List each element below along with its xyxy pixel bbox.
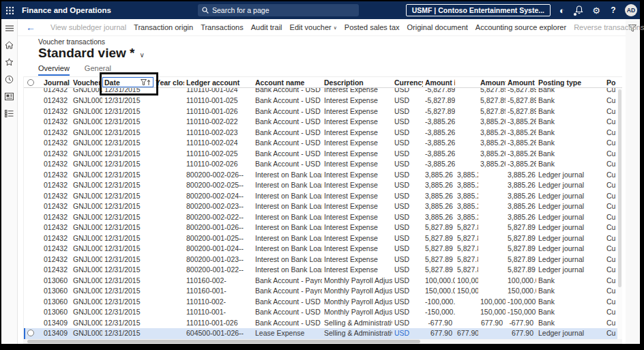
action-item-posted-sales-tax[interactable]: Posted sales tax <box>345 23 400 31</box>
notification-badge <box>573 12 577 16</box>
table-row[interactable]: 013060GNJL0000...12/31/2015110110-001-Ba… <box>24 307 622 318</box>
help-icon[interactable]: ? <box>608 6 619 14</box>
theme-toggle-icon[interactable]: ◐ <box>557 6 568 15</box>
table-row[interactable]: 012432GNJL0000...12/31/2015800200-002-02… <box>24 191 622 202</box>
horizontal-scrollbar[interactable] <box>23 339 622 344</box>
action-item-audit-trail[interactable]: Audit trail <box>251 23 282 31</box>
cell <box>153 265 184 276</box>
cell <box>153 276 184 287</box>
column-header-journal-nu-[interactable]: Journal nu... <box>42 77 71 87</box>
table-row[interactable]: 012432GNJL0000...12/31/2015800200-002-02… <box>24 212 622 223</box>
voucher-grid: Journal nu...VoucherDateYear closedLedge… <box>23 76 622 339</box>
table-row[interactable]: 013060GNJL0000...12/31/2015110160-002-Ba… <box>24 276 622 287</box>
home-icon[interactable] <box>4 40 15 50</box>
vertical-scrollbar-thumb[interactable] <box>618 89 621 287</box>
column-header-account-name[interactable]: Account name <box>253 77 322 87</box>
cell: Lease Expense <box>253 328 322 339</box>
app-title[interactable]: Finance and Operations <box>22 6 111 14</box>
cell <box>24 96 42 106</box>
cell: GNJL0000... <box>71 233 102 244</box>
cell <box>455 138 478 149</box>
cell: Bank <box>536 128 604 138</box>
cell: Selling & Administrative <box>322 328 392 339</box>
column-header-voucher[interactable]: Voucher <box>71 77 102 87</box>
environment-selector[interactable]: USMF | Contoso Entertainment Syste... <box>406 4 551 16</box>
recent-clock-icon[interactable] <box>4 74 15 85</box>
cell: GNJL0000... <box>71 159 102 170</box>
page-title[interactable]: Standard view * ∨ <box>38 46 145 61</box>
table-row[interactable]: 013060GNJL0000...12/31/2015110160-001-Ba… <box>24 286 622 297</box>
user-avatar[interactable]: AD <box>625 4 637 16</box>
table-row[interactable]: 013409GNJL0004...12/31/2015110110-001-02… <box>24 318 622 329</box>
column-header-currency[interactable]: Currency <box>392 77 423 87</box>
table-row[interactable]: 013409GNJL0004...12/31/2015604500-001-02… <box>24 328 622 339</box>
table-row[interactable]: 012432GNJL0000...12/31/2015110110-002-02… <box>24 138 622 149</box>
cell: USD <box>392 201 423 212</box>
tab-general[interactable]: General <box>85 64 111 76</box>
workspace-card-icon[interactable] <box>4 91 15 102</box>
table-row[interactable]: 012432GNJL0000...12/31/2015800200-002-02… <box>24 180 622 191</box>
action-item-original-document[interactable]: Original document <box>407 23 468 31</box>
cell: 110110-001-024 <box>184 88 253 96</box>
cell <box>455 96 478 106</box>
cell: Bank <box>536 149 604 160</box>
table-row[interactable]: 013060GNJL0000...12/31/2015110110-002-Ba… <box>24 297 622 308</box>
action-item-transactions[interactable]: Transactions <box>201 23 244 31</box>
cell: Bank <box>536 88 604 96</box>
column-header-ledger-account[interactable]: Ledger account <box>184 77 253 87</box>
column-header-date[interactable]: Date <box>102 77 153 87</box>
select-all-radio[interactable] <box>27 79 34 86</box>
table-row[interactable]: 012432GNJL0000...12/31/2015800200-001-02… <box>24 222 622 233</box>
column-header-amount-in-[interactable]: Amount in... <box>423 77 455 87</box>
column-header-blank[interactable] <box>24 77 42 87</box>
table-row[interactable]: 012432GNJL0000...12/31/2015110110-002-02… <box>24 159 622 170</box>
table-row[interactable]: 012432GNJL0000...12/31/2015800200-001-02… <box>24 233 622 244</box>
table-row[interactable]: 012432GNJL0000...12/31/2015800200-002-02… <box>24 201 622 212</box>
cell <box>24 138 42 149</box>
cell: 12/31/2015 <box>102 88 153 96</box>
vertical-scrollbar[interactable] <box>617 88 622 339</box>
action-item-accounting-source-explorer[interactable]: Accounting source explorer <box>475 23 566 31</box>
column-header-description[interactable]: Description <box>322 77 392 87</box>
column-header-posting-type[interactable]: Posting type <box>536 77 604 87</box>
settings-gear-icon[interactable]: ⚙ <box>591 6 602 15</box>
menu-hamburger-icon[interactable] <box>4 23 15 33</box>
cell: Bank Account - Payroll <box>253 276 322 287</box>
cell: Interest on Bank Loans <box>253 233 322 244</box>
table-row[interactable]: 012432GNJL0000...12/31/2015110110-001-02… <box>24 106 622 117</box>
cell: 5,827.89 <box>455 244 478 254</box>
cell: 3,885.26 <box>478 138 506 149</box>
column-header-amount-in-[interactable]: Amount in... <box>506 77 536 87</box>
column-header-blank[interactable] <box>455 77 478 87</box>
cell: 012432 <box>42 128 71 138</box>
cell: -5,827.89 <box>506 88 536 96</box>
table-row[interactable]: 012432GNJL0000...12/31/2015800200-001-02… <box>24 265 622 276</box>
currency-link[interactable]: USD <box>392 328 423 339</box>
tab-overview[interactable]: Overview <box>38 64 70 76</box>
cell: -100,000.00 <box>423 297 455 308</box>
table-row[interactable]: 012432GNJL0000...12/31/2015110110-002-02… <box>24 149 622 160</box>
table-row[interactable]: 012432GNJL0000...12/31/2015800200-001-02… <box>24 254 622 265</box>
column-header-year-closed[interactable]: Year closed <box>153 77 184 87</box>
app-launcher-icon[interactable] <box>1 1 18 19</box>
search-placeholder: Search for a page <box>212 6 269 14</box>
screenshot-frame: Finance and Operations Search for a page… <box>0 0 644 350</box>
horizontal-scrollbar-thumb[interactable] <box>27 340 420 343</box>
modules-list-icon[interactable] <box>4 108 15 119</box>
table-row[interactable]: 012432GNJL0000...12/31/2015110110-001-02… <box>24 96 622 106</box>
column-header-amount[interactable]: Amount <box>478 77 506 87</box>
table-row[interactable]: 012432GNJL0000...12/31/2015800200-002-02… <box>24 170 622 181</box>
table-row[interactable]: 012432GNJL0000...12/31/2015800200-001-02… <box>24 244 622 254</box>
notifications-bell-icon[interactable] <box>574 5 585 16</box>
table-row[interactable]: 012432GNJL0000...12/31/2015110110-002-02… <box>24 128 622 138</box>
cell <box>153 180 184 191</box>
search-input[interactable]: Search for a page <box>198 4 359 16</box>
action-item-edit-voucher[interactable]: Edit voucher∨ <box>290 23 337 31</box>
back-arrow-icon[interactable]: ← <box>26 23 35 32</box>
column-header-po[interactable]: Po⋮ <box>604 77 622 87</box>
favorites-star-icon[interactable] <box>4 57 15 68</box>
action-item-transaction-origin[interactable]: Transaction origin <box>134 23 193 31</box>
cell <box>24 117 42 128</box>
row-select-radio[interactable] <box>27 330 34 336</box>
table-row[interactable]: 012432GNJL0000...12/31/2015110110-002-02… <box>24 117 622 128</box>
